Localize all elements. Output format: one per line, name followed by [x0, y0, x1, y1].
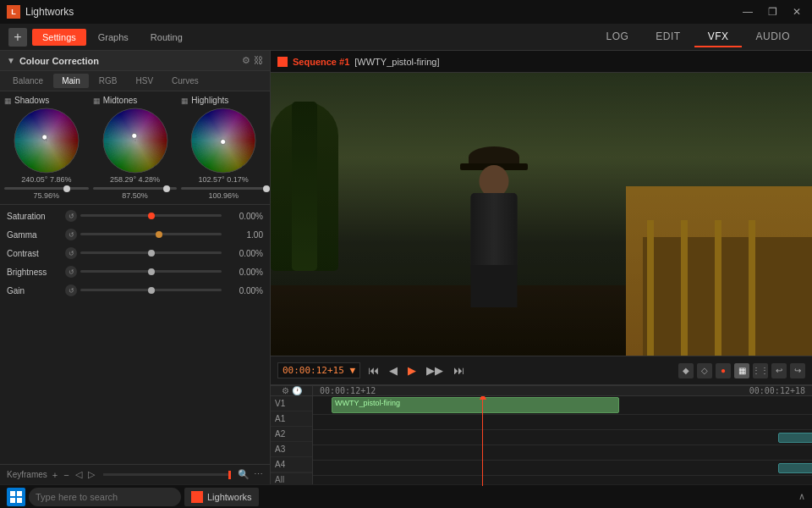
gain-thumb	[148, 287, 155, 294]
subtab-rgb[interactable]: RGB	[91, 74, 126, 88]
tab-settings[interactable]: Settings	[32, 29, 86, 46]
taskbar-chevron-icon[interactable]: ∧	[798, 491, 805, 502]
forward-end-icon[interactable]: ↪	[790, 363, 805, 378]
start-button[interactable]	[7, 488, 25, 506]
tab-routing[interactable]: Routing	[140, 29, 193, 46]
video-player[interactable]	[271, 73, 812, 356]
shadows-values: 240.05° 7.86%	[21, 175, 71, 184]
tl-time-left: 00:00:12+12	[320, 386, 376, 395]
shadows-wheel[interactable]	[14, 108, 80, 174]
svg-rect-0	[10, 491, 15, 496]
saturation-reset-icon[interactable]: ↺	[65, 210, 77, 222]
main-layout: ▼ Colour Correction ⚙ ⛓ Balance Main RGB…	[0, 51, 812, 484]
highlights-wheel[interactable]	[190, 108, 256, 174]
track-label-v1[interactable]: V1	[271, 396, 312, 411]
subtab-curves[interactable]: Curves	[163, 74, 207, 88]
svg-rect-3	[17, 498, 22, 503]
maximize-button[interactable]: ❐	[764, 4, 782, 19]
diamond-outline-icon[interactable]: ◇	[697, 363, 712, 378]
cc-settings-icon[interactable]: ⚙	[242, 55, 250, 66]
nav-edit[interactable]: EDIT	[642, 27, 694, 47]
sequence-title: Sequence #1	[293, 57, 349, 67]
saturation-row: Saturation ↺ 0.00%	[7, 210, 263, 222]
timecode-dropdown-icon[interactable]: ▼	[349, 365, 355, 376]
kf-filter-icon[interactable]: ⋯	[254, 469, 263, 480]
go-to-start-button[interactable]: ⏮	[365, 362, 381, 378]
v1-clip-1[interactable]: WWTY_pistol-firing	[332, 397, 619, 413]
body	[471, 193, 518, 269]
window-controls[interactable]: — ❐ ✕	[738, 4, 805, 19]
search-input[interactable]	[29, 488, 181, 506]
nav-vfx[interactable]: VFX	[694, 27, 743, 47]
rewind-end-icon[interactable]: ↩	[771, 363, 787, 378]
grid-icon[interactable]: ▦	[734, 363, 749, 378]
nav-audio[interactable]: AUDIO	[742, 27, 804, 47]
wheels-section: ▦ Shadows 240.05° 7.86% 75.96% ▦ Midton	[0, 91, 270, 205]
shadows-label: Shadows	[14, 96, 49, 105]
contrast-track[interactable]	[80, 251, 222, 255]
shadows-slider[interactable]	[4, 187, 89, 190]
go-to-end-button[interactable]: ⏭	[451, 362, 467, 378]
tab-graphs[interactable]: Graphs	[88, 29, 139, 46]
gamma-reset-icon[interactable]: ↺	[65, 229, 77, 240]
brightness-reset-icon[interactable]: ↺	[65, 266, 77, 278]
gamma-thumb	[156, 231, 162, 238]
cc-link-icon[interactable]: ⛓	[254, 55, 263, 66]
kf-remove-button[interactable]: −	[63, 469, 69, 481]
a2-clip[interactable]	[778, 433, 812, 443]
tree	[271, 102, 338, 271]
a4-clip[interactable]	[778, 463, 812, 473]
kf-next-button[interactable]: ▷	[87, 468, 96, 481]
track-label-a3[interactable]: A3	[271, 442, 312, 457]
sequence-icon	[277, 57, 288, 67]
playhead[interactable]	[482, 396, 483, 486]
diamond-icon[interactable]: ◆	[678, 363, 694, 378]
highlights-icon: ▦	[181, 97, 189, 105]
add-button[interactable]: +	[8, 28, 27, 47]
highlights-wheel-col: ▦ Highlights 102.57° 0.17% 100.96%	[181, 96, 266, 200]
track-label-a1[interactable]: A1	[271, 411, 312, 427]
subtab-balance[interactable]: Balance	[4, 74, 52, 88]
contrast-reset-icon[interactable]: ↺	[65, 247, 77, 259]
window-title: Lightworks	[25, 6, 74, 18]
kf-search-icon[interactable]: 🔍	[238, 469, 250, 480]
brightness-track[interactable]	[80, 270, 222, 273]
gamma-label: Gamma	[7, 230, 62, 240]
video-area: Sequence #1 [WWTY_pistol-firing]	[271, 51, 812, 384]
gamma-track[interactable]	[80, 233, 222, 236]
menu-left: + Settings Graphs Routing	[8, 28, 193, 47]
fast-forward-button[interactable]: ▶▶	[424, 362, 446, 378]
midtones-slider[interactable]	[93, 187, 178, 190]
video-frame	[271, 73, 812, 356]
sliders-section: Saturation ↺ 0.00% Gamma ↺ 1.00 Contrast	[0, 205, 270, 301]
play-button[interactable]: ▶	[405, 362, 419, 378]
close-button[interactable]: ✕	[788, 4, 805, 19]
nav-log[interactable]: LOG	[592, 27, 642, 47]
track-label-a4[interactable]: A4	[271, 457, 312, 472]
record-icon[interactable]: ●	[716, 363, 731, 378]
keyframes-label: Keyframes	[7, 470, 47, 479]
saturation-track[interactable]	[80, 214, 222, 218]
contrast-thumb	[148, 250, 155, 257]
midtones-pct: 87.50%	[122, 191, 148, 200]
kf-add-button[interactable]: +	[52, 469, 58, 481]
midtones-slider-thumb	[163, 185, 170, 192]
bars-icon[interactable]: ⋮⋮	[753, 363, 768, 378]
kf-prev-button[interactable]: ◁	[74, 468, 83, 481]
highlights-slider[interactable]	[181, 187, 266, 190]
gain-track[interactable]	[80, 289, 222, 292]
track-label-a2[interactable]: A2	[271, 427, 312, 442]
highlights-label: Highlights	[191, 96, 228, 105]
midtones-wheel[interactable]	[102, 108, 168, 174]
minimize-button[interactable]: —	[738, 4, 757, 19]
colour-correction-title: Colour Correction	[19, 56, 99, 66]
taskbar-app[interactable]: Lightworks	[184, 488, 259, 506]
gain-reset-icon[interactable]: ↺	[65, 284, 77, 296]
rewind-button[interactable]: ◀	[387, 362, 400, 378]
subtab-main[interactable]: Main	[53, 74, 89, 88]
subtab-hsv[interactable]: HSV	[128, 74, 162, 88]
brightness-row: Brightness ↺ 0.00%	[7, 266, 263, 278]
tl-clock-icon[interactable]: 🕐	[292, 386, 302, 395]
tl-settings-icon[interactable]: ⚙	[282, 386, 289, 395]
track-labels: V1 A1 A2 A3 A4 All	[271, 396, 313, 486]
